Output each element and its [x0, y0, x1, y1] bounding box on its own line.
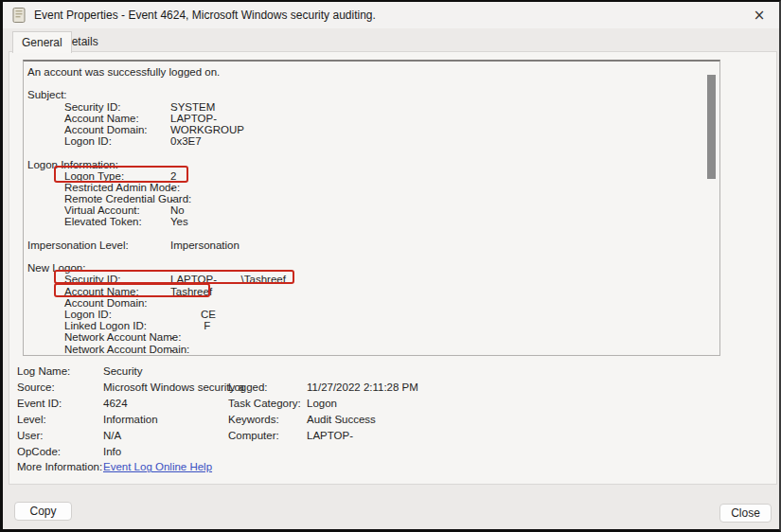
field-value: SYSTEM	[170, 101, 215, 113]
summary-value: Logon	[307, 398, 337, 409]
close-icon[interactable]: ×	[747, 4, 772, 27]
field-label: Account Domain:	[64, 124, 148, 135]
event-description[interactable]: An account was successfully logged on.Su…	[23, 60, 720, 356]
summary-label: Level:	[17, 414, 46, 425]
field-label: Virtual Account:	[64, 204, 140, 216]
summary-label: Source:	[17, 381, 55, 393]
field-value: WORKGROUP	[170, 124, 244, 135]
summary-label: Computer:	[228, 430, 279, 441]
summary-label: Logged:	[228, 381, 268, 393]
event-properties-icon	[12, 8, 27, 23]
summary-row: Level:InformationKeywords:Audit Success	[9, 414, 776, 430]
field-value: F	[170, 320, 210, 331]
summary-label: Event ID:	[17, 398, 62, 409]
description-line: Network Account Name:-	[24, 331, 719, 343]
summary-value: Microsoft Windows security a	[103, 381, 244, 393]
description-line: Account Domain:WORKGROUP	[24, 124, 719, 135]
description-line: Security ID:SYSTEM	[24, 101, 719, 113]
close-button[interactable]: Close	[719, 504, 772, 523]
summary-row: User:N/AComputer:LAPTOP-	[9, 430, 776, 446]
annotation-logon-type	[54, 166, 188, 183]
summary-value: LAPTOP-	[307, 430, 353, 441]
description-line: Account Domain:	[24, 297, 719, 309]
field-label: Network Account Name:	[64, 331, 181, 343]
field-label: Security ID:	[64, 101, 120, 113]
field-label: Logon ID:	[64, 135, 112, 147]
description-line: Virtual Account:No	[24, 204, 719, 216]
copy-button[interactable]: Copy	[14, 502, 72, 521]
description-line	[24, 228, 719, 239]
event-log-online-help-link[interactable]: Event Log Online Help	[103, 461, 212, 472]
field-value: -	[170, 331, 174, 343]
summary-label: More Information:	[17, 461, 102, 472]
annotation-new-logon-account-name	[54, 283, 210, 297]
summary-row: OpCode:Info	[9, 446, 776, 462]
titlebar: Event Properties - Event 4624, Microsoft…	[3, 2, 779, 28]
scrollbar-thumb[interactable]	[707, 75, 716, 179]
description-line: Logon ID: CE	[24, 309, 719, 320]
field-value: 0x3E7	[170, 135, 202, 147]
description-text: An account was successfully logged on.	[27, 66, 220, 78]
field-value: Yes	[170, 216, 188, 227]
description-line: Remote Credential Guard:-	[24, 193, 719, 204]
summary-value: 4624	[103, 398, 128, 409]
summary-value: Info	[103, 446, 121, 457]
description-line	[24, 147, 719, 158]
summary-row: Log Name:Security	[9, 365, 776, 381]
field-label: Restricted Admin Mode:	[64, 182, 180, 193]
description-text: Impersonation Level:	[27, 239, 129, 251]
field-label: Logon ID:	[64, 309, 112, 320]
field-value: LAPTOP-	[170, 113, 217, 124]
summary-label: Keywords:	[228, 414, 279, 425]
field-value: -	[170, 182, 174, 193]
summary-row: Event ID:4624Task Category:Logon	[9, 398, 776, 414]
field-value: CE	[170, 309, 216, 320]
description-line: Account Name:LAPTOP-	[24, 113, 719, 124]
summary-label: Log Name:	[17, 365, 70, 377]
description-line: Subject:	[24, 89, 719, 100]
scrollbar[interactable]	[707, 63, 716, 353]
window-title: Event Properties - Event 4624, Microsoft…	[34, 9, 376, 22]
description-line: Network Account Domain:-	[24, 344, 719, 355]
description-line: An account was successfully logged on.	[24, 66, 719, 78]
field-label: Linked Logon ID:	[64, 320, 147, 331]
description-line: Linked Logon ID: F	[24, 320, 719, 331]
field-value: Impersonation	[170, 239, 240, 251]
field-label: Account Name:	[64, 113, 139, 124]
summary-value: Information	[103, 414, 158, 425]
field-label: Account Domain:	[64, 297, 148, 309]
summary-label: OpCode:	[17, 446, 61, 457]
description-line: Restricted Admin Mode:-	[24, 182, 719, 193]
field-label: Elevated Token:	[64, 216, 142, 227]
summary-row: More Information:Event Log Online Help	[9, 461, 776, 477]
summary-value: Security	[103, 365, 143, 377]
summary-value: Audit Success	[307, 414, 376, 425]
summary-label: Task Category:	[228, 398, 301, 409]
summary-value: N/A	[103, 430, 121, 441]
description-line	[24, 251, 719, 262]
description-text: Subject:	[27, 89, 67, 100]
field-value: No	[170, 204, 185, 216]
general-tab-page: An account was successfully logged on.Su…	[9, 51, 777, 485]
summary-row: Source:Microsoft Windows security aLogge…	[9, 381, 776, 398]
field-value: -	[170, 344, 174, 355]
annotation-new-logon-security-id	[54, 270, 294, 284]
field-value: -	[170, 193, 174, 204]
description-line: Elevated Token:Yes	[24, 216, 719, 227]
description-line: Logon ID:0x3E7	[24, 135, 719, 147]
summary-label: User:	[17, 430, 43, 441]
description-line	[24, 78, 719, 89]
tab-general[interactable]: General	[12, 31, 72, 53]
summary-value: 11/27/2022 2:11:28 PM	[307, 381, 418, 393]
event-properties-dialog: Event Properties - Event 4624, Microsoft…	[0, 0, 781, 532]
description-line: Impersonation Level:Impersonation	[24, 239, 719, 251]
